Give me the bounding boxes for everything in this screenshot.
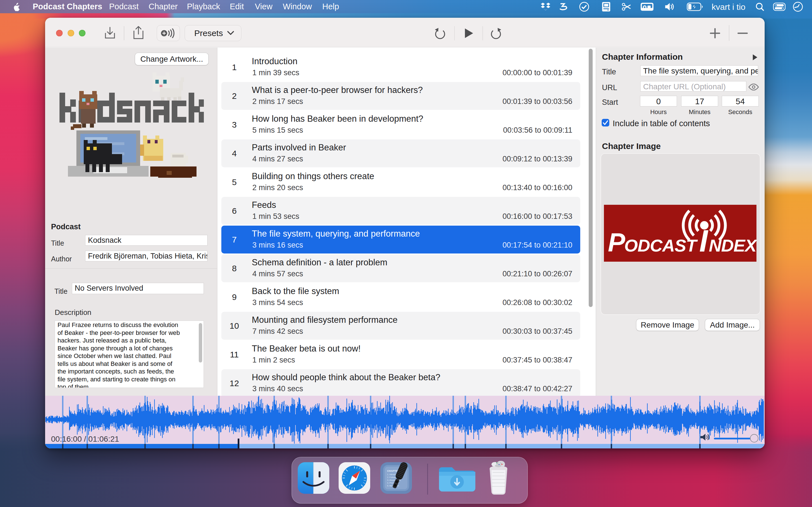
svg-text:P: P [608,228,625,257]
svg-text:ODCAST: ODCAST [624,236,698,255]
svg-text:I: I [699,223,709,258]
svg-text:NDEX: NDEX [709,236,756,255]
